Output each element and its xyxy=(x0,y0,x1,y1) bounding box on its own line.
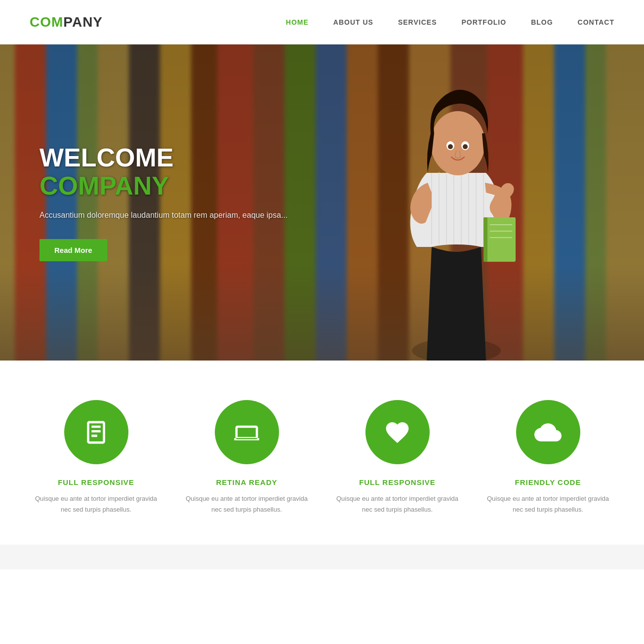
nav-link-services[interactable]: SERVICES xyxy=(398,18,437,26)
feature-title-3: FULL RESPONSIVE xyxy=(359,478,436,486)
feature-title-2: RETINA READY xyxy=(216,478,278,486)
svg-point-5 xyxy=(463,144,468,149)
feature-icon-responsive-1 xyxy=(64,400,128,464)
book-icon xyxy=(82,419,110,446)
nav-link-about[interactable]: ABOUT US xyxy=(333,18,373,26)
feature-icon-responsive-2 xyxy=(365,400,430,464)
feature-desc-3: Quisque eu ante at tortor imperdiet grav… xyxy=(332,493,463,515)
svg-point-4 xyxy=(448,144,453,149)
nav-item-services[interactable]: SERVICES xyxy=(398,18,437,27)
feature-desc-1: Quisque eu ante at tortor imperdiet grav… xyxy=(31,493,161,515)
feature-desc-4: Quisque eu ante at tortor imperdiet grav… xyxy=(483,493,613,515)
nav-item-home[interactable]: HOME xyxy=(286,18,309,27)
hero-person xyxy=(367,74,545,361)
nav-item-blog[interactable]: BLOG xyxy=(531,18,553,27)
hero-title-white: WELCOME xyxy=(40,143,174,172)
hero-subtitle: Accusantium doloremque laudantium totam … xyxy=(40,209,296,222)
navbar: COMPANY HOME ABOUT US SERVICES PORTFOLIO… xyxy=(0,0,644,44)
nav-link-contact[interactable]: CONTACT xyxy=(578,18,614,26)
laptop-icon xyxy=(233,419,260,446)
nav-link-home[interactable]: HOME xyxy=(286,18,309,26)
svg-rect-7 xyxy=(483,217,487,262)
cloud-icon xyxy=(534,419,562,446)
feature-title-4: FRIENDLY CODE xyxy=(515,478,581,486)
hero-title: WELCOME COMPANY xyxy=(40,144,296,200)
heart-icon xyxy=(384,419,411,446)
feature-icon-cloud xyxy=(516,400,580,464)
feature-item-1: FULL RESPONSIVE Quisque eu ante at torto… xyxy=(31,400,161,515)
nav-link-portfolio[interactable]: PORTFOLIO xyxy=(461,18,506,26)
bottom-strip xyxy=(0,545,644,569)
nav-menu: HOME ABOUT US SERVICES PORTFOLIO BLOG CO… xyxy=(286,18,614,27)
hero-content: WELCOME COMPANY Accusantium doloremque l… xyxy=(0,44,644,361)
hero-section: WELCOME COMPANY Accusantium doloremque l… xyxy=(0,44,644,361)
nav-item-contact[interactable]: CONTACT xyxy=(578,18,614,27)
features-grid: FULL RESPONSIVE Quisque eu ante at torto… xyxy=(31,400,613,515)
logo-prefix: COM xyxy=(30,14,63,30)
features-section: FULL RESPONSIVE Quisque eu ante at torto… xyxy=(0,361,644,545)
svg-point-1 xyxy=(431,111,485,175)
hero-title-green: COMPANY xyxy=(40,171,169,200)
hero-text-block: WELCOME COMPANY Accusantium doloremque l… xyxy=(40,144,296,261)
feature-item-3: FULL RESPONSIVE Quisque eu ante at torto… xyxy=(332,400,463,515)
nav-link-blog[interactable]: BLOG xyxy=(531,18,553,26)
svg-rect-6 xyxy=(483,217,516,262)
feature-item-2: RETINA READY Quisque eu ante at tortor i… xyxy=(181,400,312,515)
feature-icon-retina xyxy=(215,400,279,464)
feature-desc-2: Quisque eu ante at tortor imperdiet grav… xyxy=(181,493,312,515)
logo-suffix: PANY xyxy=(63,14,103,30)
feature-title-1: FULL RESPONSIVE xyxy=(58,478,134,486)
logo[interactable]: COMPANY xyxy=(30,14,103,30)
feature-item-4: FRIENDLY CODE Quisque eu ante at tortor … xyxy=(483,400,613,515)
nav-item-about[interactable]: ABOUT US xyxy=(333,18,373,27)
read-more-button[interactable]: Read More xyxy=(40,239,107,261)
nav-item-portfolio[interactable]: PORTFOLIO xyxy=(461,18,506,27)
